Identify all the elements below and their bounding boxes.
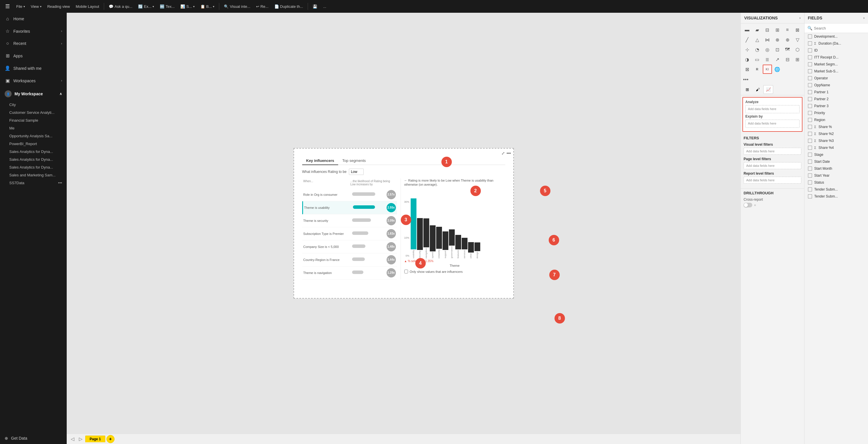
explain-by-drop-zone[interactable]: Add data fields here: [745, 119, 800, 128]
sidebar-item-shared[interactable]: 👤 Shared with me: [0, 62, 67, 74]
field-partner3[interactable]: Partner 3: [805, 103, 868, 109]
more-icon[interactable]: •••: [58, 181, 62, 185]
field-duration[interactable]: Σ Duration (Da...: [805, 40, 868, 47]
field-checkbox[interactable]: [808, 180, 812, 184]
field-checkbox[interactable]: [808, 167, 812, 171]
field-checkbox[interactable]: [808, 152, 812, 157]
sidebar-sub-city[interactable]: City: [0, 101, 67, 109]
viz-card[interactable]: ▭: [752, 55, 762, 64]
toolbar-reading-view[interactable]: Reading view: [45, 3, 72, 10]
field-checkbox[interactable]: [808, 97, 812, 101]
toolbar-refresh[interactable]: ↩ Re...: [254, 3, 271, 10]
field-operator[interactable]: Operator: [805, 75, 868, 82]
viz-line-column[interactable]: ⋈: [763, 35, 772, 44]
field-partner2[interactable]: Partner 2: [805, 96, 868, 103]
toolbar-mobile-layout[interactable]: Mobile Layout: [73, 3, 101, 10]
viz-ribbon[interactable]: ⊗: [773, 35, 782, 44]
page-level-drop[interactable]: Add data fields here: [744, 162, 801, 169]
viz-funnel[interactable]: ▽: [793, 35, 802, 44]
viz-100-column[interactable]: ⊠: [793, 25, 802, 34]
viz-100-bar[interactable]: ≡: [783, 25, 792, 34]
field-checkbox[interactable]: [808, 146, 812, 150]
sidebar-item-my-workspace[interactable]: 👤 My Workspace ∧: [0, 87, 67, 101]
viz-scatter[interactable]: ⊹: [742, 45, 752, 54]
page-nav-prev[interactable]: ◁: [69, 436, 76, 442]
field-checkbox[interactable]: [808, 118, 812, 122]
field-share-pct2[interactable]: Σ Share %2: [805, 130, 868, 137]
sidebar-sub-sales3[interactable]: Sales Analytics for Dyna...: [0, 163, 67, 171]
field-checkbox[interactable]: [808, 139, 812, 143]
field-checkbox[interactable]: [808, 48, 812, 53]
fields-panel-chevron[interactable]: ›: [863, 16, 865, 20]
sidebar-sub-sales2[interactable]: Sales Analytics for Dyna...: [0, 156, 67, 163]
field-checkbox[interactable]: [808, 187, 812, 192]
viz-gauge[interactable]: ◑: [742, 55, 752, 64]
page-tab-1[interactable]: Page 1: [85, 436, 105, 442]
field-tender-subm2[interactable]: Tender Subm...: [805, 193, 868, 200]
viz-waterfall[interactable]: ⊕: [783, 35, 792, 44]
toolbar-ex[interactable]: 🔄 Ex... ▾: [136, 3, 156, 10]
field-start-year[interactable]: Start Year: [805, 172, 868, 179]
field-checkbox[interactable]: [808, 55, 812, 59]
viz-kpi[interactable]: ↗: [773, 55, 782, 64]
visual-level-drop[interactable]: Add data fields here: [744, 148, 801, 155]
field-checkbox[interactable]: [808, 34, 812, 38]
viz-area[interactable]: △: [752, 35, 762, 44]
field-oppname[interactable]: OppName: [805, 82, 868, 89]
viz-panel-chevron[interactable]: ›: [800, 16, 801, 20]
field-tender-subm1[interactable]: Tender Subm...: [805, 186, 868, 193]
viz-analytics-subtab[interactable]: 📈: [763, 85, 773, 94]
toolbar-duplicate[interactable]: 📄 Duplicate th...: [272, 3, 306, 10]
viz-bar-chart[interactable]: ▬: [742, 25, 752, 34]
hamburger-icon[interactable]: ☰: [2, 2, 13, 11]
expand-visual-button[interactable]: ⤢: [501, 151, 505, 156]
viz-matrix[interactable]: ⊠: [742, 65, 752, 74]
viz-donut[interactable]: ◎: [763, 45, 772, 54]
ki-row-6[interactable]: Country-Region is France 1.44x: [302, 253, 397, 267]
report-level-drop[interactable]: Add data fields here: [744, 177, 801, 183]
cross-report-toggle[interactable]: [744, 203, 752, 207]
field-itt[interactable]: ITT Receipt D...: [805, 54, 868, 61]
sidebar-sub-me[interactable]: Me: [0, 124, 67, 132]
question-dropdown[interactable]: Low: [349, 169, 364, 175]
viz-pie[interactable]: ◔: [752, 45, 762, 54]
field-partner1[interactable]: Partner 1: [805, 89, 868, 96]
field-status[interactable]: Status: [805, 179, 868, 186]
field-id[interactable]: ID: [805, 47, 868, 54]
viz-stacked-column[interactable]: ⊞: [773, 25, 782, 34]
field-share-pct4[interactable]: Σ Share %4: [805, 144, 868, 151]
field-checkbox[interactable]: [808, 76, 812, 80]
viz-multi-row[interactable]: ≣: [763, 55, 772, 64]
field-checkbox[interactable]: [808, 173, 812, 177]
field-priority[interactable]: Priority: [805, 109, 868, 116]
field-development[interactable]: Development...: [805, 33, 868, 40]
viz-slicer[interactable]: ⊟: [783, 55, 792, 64]
viz-format-subtab[interactable]: 🖌: [753, 85, 763, 94]
sidebar-item-favorites[interactable]: ☆ Favorites ›: [0, 25, 67, 37]
field-start-date[interactable]: Start Date: [805, 158, 868, 165]
viz-table[interactable]: ⊞: [793, 55, 802, 64]
ki-row-7[interactable]: Theme is navigation 1.29x: [302, 267, 397, 279]
add-page-button[interactable]: +: [106, 435, 115, 443]
ki-tab-key-influencers[interactable]: Key influencers: [302, 157, 338, 165]
toolbar-file[interactable]: File ▾: [14, 3, 27, 10]
toolbar-save[interactable]: 💾: [310, 3, 319, 10]
sidebar-item-recent[interactable]: ○ Recent ›: [0, 37, 67, 49]
ki-row-5[interactable]: Company Size is < 5,000 1.48x: [302, 240, 397, 253]
analyze-drop-zone[interactable]: Add data fields here: [745, 105, 800, 113]
field-checkbox[interactable]: [808, 62, 812, 66]
field-start-month[interactable]: Start Month: [805, 165, 868, 172]
viz-more-button[interactable]: •••: [741, 76, 804, 84]
sidebar-sub-ss7[interactable]: SS7Data •••: [0, 179, 67, 187]
fields-search-input[interactable]: [814, 26, 865, 30]
sidebar-sub-powerbi[interactable]: PowerBI_Report: [0, 140, 67, 148]
viz-filled-map[interactable]: ⬡: [793, 45, 802, 54]
viz-map[interactable]: 🗺: [783, 45, 792, 54]
sidebar-sub-opportunity[interactable]: Opportunity Analysis Sa...: [0, 132, 67, 140]
viz-r-visual[interactable]: R: [752, 65, 762, 74]
viz-stacked-bar[interactable]: ⊟: [763, 25, 772, 34]
toolbar-visual-interactions[interactable]: 🔍 Visual inte...: [222, 3, 253, 10]
field-checkbox[interactable]: [808, 69, 812, 73]
sidebar-sub-customer[interactable]: Customer Service Analyti...: [0, 109, 67, 116]
field-checkbox[interactable]: [808, 90, 812, 94]
